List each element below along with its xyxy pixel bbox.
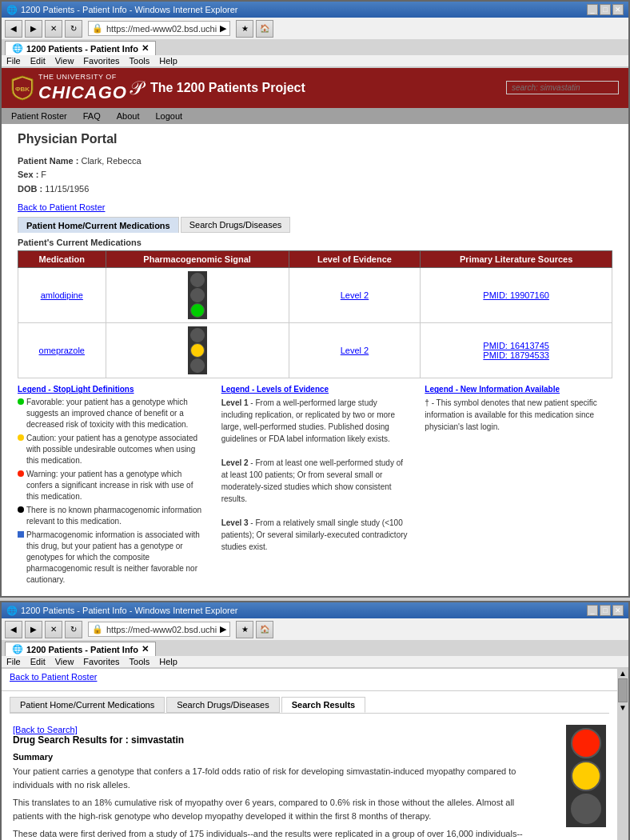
header-search-input[interactable] [506,81,619,94]
menu-favorites-1[interactable]: Favorites [83,56,119,66]
legend-stoplight-title[interactable]: Legend - StopLight Definitions [18,385,205,394]
site-nav: Patient Roster FAQ About Logout [2,108,628,124]
menu-edit-2[interactable]: Edit [30,657,46,666]
pmid-omeprazole-1[interactable]: PMID: 16413745 [425,341,607,350]
minimize-button-2[interactable]: _ [587,605,598,616]
stop-button-1[interactable]: ✕ [45,20,62,38]
top-back-link-area: Back to Patient Roster [2,669,617,688]
nav-logout[interactable]: Logout [155,111,182,121]
phoenix-icon: 𝒫 [129,77,142,99]
level3-label: Level 3 [221,518,249,527]
tab-close-icon-2[interactable]: ✕ [142,644,149,654]
legend-new-info-title[interactable]: Legend - New Information Available [425,385,612,394]
legend-section: Legend - StopLight Definitions Favorable… [18,385,612,588]
nav-about[interactable]: About [117,111,140,121]
scroll-down-arrow[interactable]: ▼ [617,703,628,712]
tab-label-2: 1200 Patients - Patient Info [26,645,138,654]
back-to-roster-link-2[interactable]: Back to Patient Roster [10,672,97,682]
tab-bar-2: 🌐 1200 Patients - Patient Info ✕ [2,640,628,656]
tab-icon-2: 🌐 [12,644,23,654]
red-dot [18,470,24,477]
back-to-roster-link-1[interactable]: Back to Patient Roster [18,202,612,212]
nav-toolbar-1: ◀ ▶ ✕ ↻ 🔒 ▶ ★ 🏠 [2,18,628,39]
forward-button-2[interactable]: ▶ [25,621,42,638]
level1-label: Level 1 [221,398,249,407]
nav-faq[interactable]: FAQ [83,111,101,121]
red-light-omeprazole [190,328,205,342]
refresh-button-1[interactable]: ↻ [65,20,82,38]
stop-button-2[interactable]: ✕ [45,621,62,638]
window-controls-2[interactable]: _ □ ✕ [587,605,624,616]
omeprazole-link[interactable]: omeprazole [39,346,85,355]
legend-blue-text: Pharmacogenomic information is associate… [26,530,205,586]
forward-button-1[interactable]: ▶ [25,20,42,38]
blue-dot [18,531,24,538]
menu-file-2[interactable]: File [6,657,21,666]
main-content-2: Back to Patient Roster Patient Home/Curr… [2,669,617,840]
refresh-button-2[interactable]: ↻ [65,621,82,638]
legend-yellow-text: Caution: your patient has a genotype ass… [26,433,205,466]
portal-tabs-2: Patient Home/Current Medications Search … [10,697,609,714]
window-controls-1[interactable]: _ □ ✕ [587,4,624,15]
restore-button-2[interactable]: □ [600,605,611,616]
menu-view-1[interactable]: View [55,56,74,66]
university-logo: ΦΒΚ THE UNIVERSITY OF CHICAGO 𝒫 [11,73,142,103]
ie-icon: 🌐 [6,5,18,15]
go-button-1[interactable]: ▶ [220,23,226,34]
menu-help-2[interactable]: Help [159,657,177,666]
menu-favorites-2[interactable]: Favorites [83,657,119,666]
level-link-omeprazole[interactable]: Level 2 [341,346,369,355]
tab-current-meds[interactable]: Patient Home/Current Medications [18,217,179,233]
minimize-button-1[interactable]: _ [587,4,598,15]
url-input-2[interactable] [106,625,217,634]
browser-tab-2[interactable]: 🌐 1200 Patients - Patient Info ✕ [5,642,156,656]
summary-para-3: These data were first derived from a stu… [13,827,606,840]
pmid-amlodipine-1[interactable]: PMID: 19907160 [425,290,607,300]
favorites-button-1[interactable]: ★ [236,20,253,38]
tab2-search-results[interactable]: Search Results [281,697,365,713]
scroll-up-arrow[interactable]: ▲ [617,669,628,678]
level-link-amlodipine[interactable]: Level 2 [341,290,369,300]
browser-tab-1[interactable]: 🌐 1200 Patients - Patient Info ✕ [5,41,156,55]
summary-heading: Summary [13,752,606,762]
menu-help-1[interactable]: Help [159,56,177,66]
pmid-omeprazole-2[interactable]: PMID: 18794533 [425,350,607,360]
menu-tools-2[interactable]: Tools [130,657,150,666]
drug-search-title: Drug Search Results for : simvastatin [13,734,606,746]
home-button-2[interactable]: 🏠 [256,621,273,638]
back-to-search-link[interactable]: [Back to Search] [13,725,78,734]
url-input-1[interactable] [106,24,217,34]
menu-view-2[interactable]: View [55,657,74,666]
menu-bar-1: File Edit View Favorites Tools Help [2,55,628,67]
restore-button-1[interactable]: □ [600,4,611,15]
table-row: omeprazole Level 2 [18,323,612,378]
menu-file-1[interactable]: File [6,56,21,66]
close-button-2[interactable]: ✕ [612,605,624,616]
back-button-2[interactable]: ◀ [5,621,22,638]
traffic-light-large [566,725,606,827]
amlodipine-link[interactable]: amlodipine [41,290,83,300]
nav-patient-roster[interactable]: Patient Roster [11,111,67,121]
close-button-1[interactable]: ✕ [612,4,624,15]
tab2-search-drugs[interactable]: Search Drugs/Diseases [166,697,280,713]
tab2-current-meds[interactable]: Patient Home/Current Medications [10,697,165,713]
home-button-1[interactable]: 🏠 [256,20,273,38]
green-light-omeprazole [190,358,205,373]
go-button-2[interactable]: ▶ [220,624,226,634]
table-row: amlodipine Level 2 [18,268,612,323]
tab-search-drugs[interactable]: Search Drugs/Diseases [181,217,291,233]
title-bar-left-2: 🌐 1200 Patients - Patient Info - Windows… [6,606,237,616]
sex-value: F [41,170,46,179]
back-button-1[interactable]: ◀ [5,20,22,38]
address-bar-1: 🔒 ▶ [88,21,230,36]
legend-red-item: Warning: your patient has a genotype whi… [18,469,205,502]
vertical-scrollbar-2[interactable]: ▲ ▼ [617,669,628,840]
tab-close-icon-1[interactable]: ✕ [142,43,149,54]
legend-new-info: Legend - New Information Available † - T… [425,385,612,588]
menu-edit-1[interactable]: Edit [30,56,46,66]
menu-tools-1[interactable]: Tools [130,56,150,66]
scroll-thumb[interactable] [618,678,628,702]
legend-levels-title[interactable]: Legend - Levels of Evidence [221,385,409,394]
svg-text:ΦΒΚ: ΦΒΚ [15,86,30,93]
favorites-button-2[interactable]: ★ [236,621,253,638]
